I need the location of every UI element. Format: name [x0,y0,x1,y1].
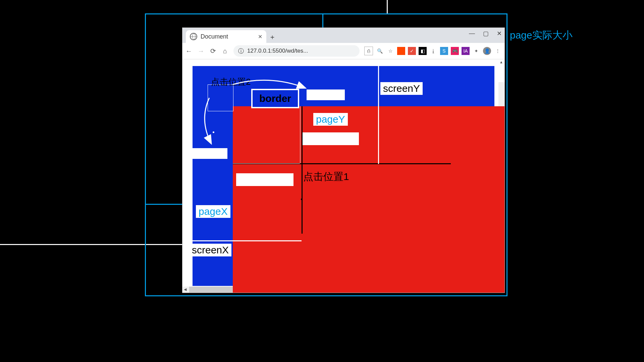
page-boundary-label: page实际大小 [510,28,573,42]
ext-3-icon[interactable]: ◧ [419,47,427,55]
zoom-icon[interactable]: 🔍 [376,47,384,55]
window-controls: — ▢ ✕ [469,30,502,37]
forward-button[interactable]: → [197,47,205,55]
border-label-box: border [251,89,299,108]
browser-window: Document ✕ ＋ — ▢ ✕ ← → ⟳ ⌂ ⓘ 127.0.0.1:5… [182,27,505,293]
click2-dot [213,131,214,133]
offset-horizontal-guide [233,163,300,164]
offsety-pos-label: offsetY（正） [302,132,359,145]
translate-icon[interactable]: ⎙ [364,47,373,55]
border-label: border [259,93,291,104]
scroll-up-arrow[interactable]: ▲ [499,60,503,64]
minimize-button[interactable]: — [469,30,475,37]
offsety-neg-label: offsetY(负) [307,89,345,100]
menu-icon[interactable]: ⋮ [494,47,502,55]
reload-button[interactable]: ⟳ [209,47,217,55]
ext-6-icon[interactable]: IA [462,47,470,55]
site-info-icon: ⓘ [238,47,244,55]
scroll-left-arrow[interactable]: ◀ [184,287,186,292]
tab-bar: Document ✕ ＋ — ▢ ✕ [182,28,504,43]
close-tab-icon[interactable]: ✕ [258,34,262,40]
new-tab-button[interactable]: ＋ [266,31,278,43]
screenx-guide-line [182,240,302,241]
url-text: 127.0.0.1:5500/wd/tes... [247,48,308,54]
browser-content: ▲ ▼ ◀ ▶ border 点击位置2 offsetY(负) screenY … [182,59,504,293]
click-position-2-label: 点击位置2 [211,76,251,88]
screeny-label: screenY [380,82,423,95]
maximize-button[interactable]: ▢ [483,30,489,37]
click2-marker-box [208,84,233,111]
browser-toolbar: ← → ⟳ ⌂ ⓘ 127.0.0.1:5500/wd/tes... ⎙ 🔍 ☆… [182,43,504,59]
globe-icon [190,33,197,40]
url-bar[interactable]: ⓘ 127.0.0.1:5500/wd/tes... [233,45,360,57]
pagey-label: pageY [313,113,348,126]
offsetx-neg-label: offsetX(负) [189,148,227,159]
close-window-button[interactable]: ✕ [497,30,502,37]
click1-dot [301,198,303,200]
screeny-guide-line [378,59,379,164]
profile-icon[interactable]: 👤 [483,47,491,55]
extension-icons: ⎙ 🔍 ☆ ✓ ◧ ⭳ S 🎮 IA ✦ 👤 ⋮ [364,47,502,55]
tab-title: Document [201,33,228,40]
screenx-label: screenX [189,244,231,256]
download-icon[interactable]: ⭳ [429,47,437,55]
back-button[interactable]: ← [185,47,193,55]
browser-tab[interactable]: Document ✕ [186,30,266,43]
click-position-1-label: 点击位置1 [303,170,349,184]
ext-2-icon[interactable]: ✓ [408,47,416,55]
ext-4-icon[interactable]: S [440,47,448,55]
pagex-label: pageX [196,205,230,218]
home-button[interactable]: ⌂ [221,47,229,55]
blue-canvas[interactable]: border 点击位置2 offsetY(负) screenY pageY of… [193,66,494,286]
ext-5-icon[interactable]: 🎮 [451,47,459,55]
click1-vertical-line [302,106,303,234]
offsetx-pos-label: offsetX（正） [236,173,293,186]
red-content-box[interactable] [233,106,504,293]
extensions-icon[interactable]: ✦ [472,47,480,55]
bookmark-icon[interactable]: ☆ [386,47,394,55]
offset-vertical-guide [300,106,301,163]
screen-vertical-guide [387,0,388,14]
ext-1-icon[interactable] [397,47,405,55]
